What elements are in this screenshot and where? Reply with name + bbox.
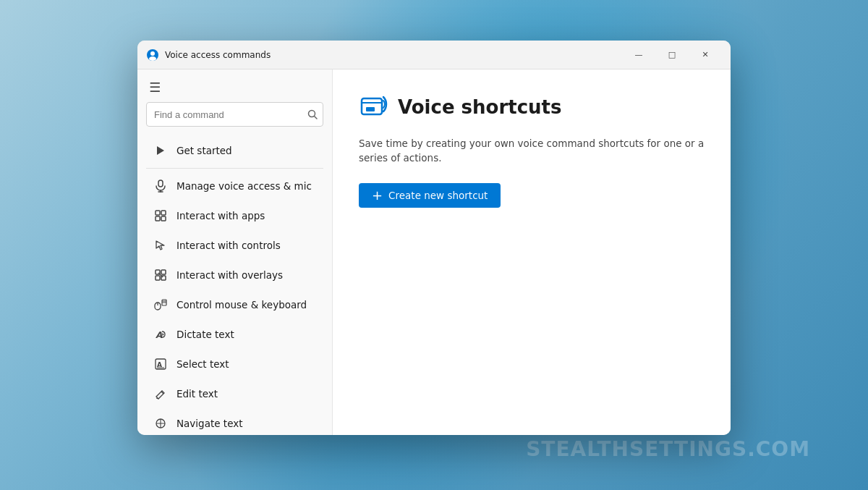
mouse-keyboard-icon (153, 297, 168, 312)
sidebar-item-label: Interact with apps (176, 210, 265, 221)
hamburger-icon[interactable]: ☰ (149, 80, 161, 95)
sidebar-item-label: Manage voice access & mic (176, 180, 312, 192)
window-title: Voice access commands (165, 50, 622, 60)
svg-marker-13 (156, 241, 164, 250)
sidebar-item-interact-controls[interactable]: Interact with controls (142, 231, 328, 260)
page-description: Save time by creating your own voice com… (359, 136, 705, 166)
cursor-icon (153, 238, 168, 253)
sidebar-item-label: Dictate text (176, 329, 234, 340)
overlay-grid-icon (153, 268, 168, 282)
main-content: Voice shortcuts Save time by creating yo… (333, 69, 731, 435)
apps-icon (153, 208, 168, 223)
svg-rect-11 (156, 216, 160, 221)
svg-marker-5 (157, 146, 164, 155)
sidebar-item-label: Interact with overlays (176, 269, 283, 281)
navigate-text-icon (153, 416, 168, 431)
dictate-icon: A (153, 327, 168, 342)
sidebar-item-edit-text[interactable]: Edit text (142, 379, 328, 408)
sidebar-header: ☰ (137, 69, 332, 102)
titlebar: Voice access commands — □ ✕ (137, 41, 731, 69)
sidebar-item-control-mouse[interactable]: Control mouse & keyboard (142, 290, 328, 319)
window-body: ☰ G (137, 69, 731, 435)
nav-list: Get started Manage voice access & mic (137, 135, 332, 435)
svg-rect-10 (161, 211, 166, 215)
svg-line-4 (315, 117, 318, 119)
search-input[interactable] (146, 102, 323, 127)
search-box (146, 102, 323, 127)
sidebar: ☰ G (137, 69, 333, 435)
play-icon (153, 143, 168, 158)
app-icon (146, 48, 159, 62)
sidebar-item-label: Get started (176, 145, 232, 156)
svg-point-2 (149, 56, 156, 61)
sidebar-item-get-started[interactable]: Get started (142, 136, 328, 165)
svg-rect-16 (156, 276, 160, 280)
sidebar-item-interact-apps[interactable]: Interact with apps (142, 201, 328, 230)
sidebar-item-label: Select text (176, 358, 229, 370)
mic-icon (153, 179, 168, 193)
window-controls: — □ ✕ (622, 43, 722, 67)
sidebar-divider-1 (146, 168, 323, 169)
page-title: Voice shortcuts (398, 96, 562, 118)
sidebar-item-dictate-text[interactable]: A Dictate text (142, 320, 328, 349)
edit-text-icon (153, 386, 168, 401)
svg-point-1 (150, 51, 155, 56)
app-window: Voice access commands — □ ✕ ☰ (137, 41, 731, 435)
svg-line-18 (158, 273, 163, 277)
maximize-button[interactable]: □ (655, 43, 689, 67)
svg-rect-12 (161, 216, 166, 221)
svg-rect-15 (161, 270, 166, 274)
sidebar-item-label: Interact with controls (176, 240, 281, 251)
minimize-button[interactable]: — (622, 43, 655, 67)
plus-icon: + (372, 189, 383, 202)
search-icon[interactable] (307, 109, 318, 119)
svg-rect-6 (158, 180, 163, 187)
sidebar-item-label: Navigate text (176, 418, 243, 429)
sidebar-item-select-text[interactable]: A Select text (142, 350, 328, 379)
voice-shortcuts-icon (359, 93, 388, 122)
sidebar-item-label: Edit text (176, 388, 218, 400)
close-button[interactable]: ✕ (689, 43, 722, 67)
create-shortcut-button[interactable]: + Create new shortcut (359, 183, 501, 208)
page-header: Voice shortcuts (359, 93, 705, 122)
svg-rect-35 (362, 98, 382, 114)
svg-rect-37 (366, 107, 375, 111)
svg-text:A: A (156, 330, 163, 340)
sidebar-item-label: Control mouse & keyboard (176, 299, 307, 311)
create-button-label: Create new shortcut (388, 190, 488, 201)
svg-rect-9 (156, 211, 160, 215)
sidebar-item-manage-voice[interactable]: Manage voice access & mic (142, 172, 328, 200)
select-text-icon: A (153, 357, 168, 371)
watermark: STEALTHSETTINGS.COM (526, 437, 810, 461)
sidebar-item-navigate-text[interactable]: Navigate text (142, 409, 328, 435)
sidebar-item-interact-overlays[interactable]: Interact with overlays (142, 261, 328, 290)
